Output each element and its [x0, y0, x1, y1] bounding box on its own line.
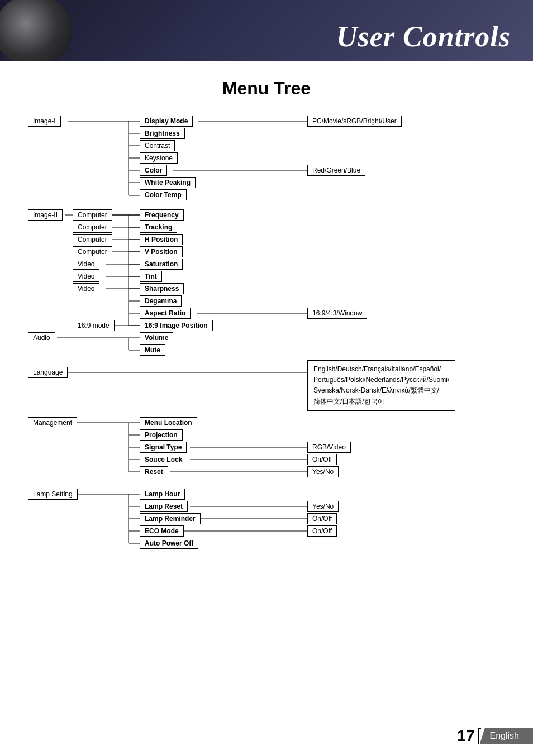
- audio-box: Audio: [28, 332, 55, 343]
- degamma-box: Degamma: [140, 295, 182, 307]
- color-temp-box: Color Temp: [140, 189, 187, 200]
- 169mode-box: 16:9 mode: [73, 320, 115, 331]
- hposition-box: H Position: [140, 234, 183, 245]
- signal-type-box: Signal Type: [140, 442, 187, 453]
- tracking-label: Tracking: [140, 222, 177, 233]
- color-box: Color: [140, 165, 167, 176]
- computer1-box: Computer: [73, 209, 112, 221]
- lamp-reset-value: Yes/No: [307, 501, 339, 512]
- header-title: User Controls: [336, 20, 511, 53]
- volume-box: Volume: [140, 332, 173, 343]
- video3-label: Video: [73, 283, 99, 294]
- souce-lock-value-label: On/Off: [307, 454, 337, 465]
- lamp-label: Lamp Setting: [28, 489, 78, 500]
- menu-tree: Image-I Display Mode PC/Movie/sRGB/Brigh…: [28, 116, 514, 534]
- lamp-reminder-value: On/Off: [307, 513, 337, 524]
- color-label: Color: [140, 165, 167, 176]
- lamp-reminder-value-label: On/Off: [307, 513, 337, 524]
- page-content: Menu Tree Image-I Display Mode PC/Movie/…: [0, 61, 533, 568]
- header: User Controls: [0, 0, 533, 61]
- color-value: Red/Green/Blue: [307, 165, 365, 176]
- reset-value: Yes/No: [307, 466, 339, 477]
- signal-type-value-label: RGB/Video: [307, 442, 351, 453]
- vposition-box: V Position: [140, 246, 183, 257]
- signal-type-label: Signal Type: [140, 442, 187, 453]
- aspect-ratio-value-label: 16:9/4:3/Window: [307, 308, 367, 319]
- tint-box: Tint: [140, 271, 162, 282]
- eco-mode-value: On/Off: [307, 525, 337, 537]
- menu-location-label: Menu Location: [140, 417, 197, 428]
- eco-mode-value-label: On/Off: [307, 525, 337, 537]
- white-peaking-box: White Peaking: [140, 177, 196, 188]
- frequency-box: Frequency: [140, 209, 184, 221]
- eco-mode-box: ECO Mode: [140, 525, 184, 537]
- auto-power-off-box: Auto Power Off: [140, 538, 198, 549]
- brightness-box: Brightness: [140, 128, 185, 139]
- souce-lock-value: On/Off: [307, 454, 337, 465]
- reset-value-label: Yes/No: [307, 466, 339, 477]
- color-temp-label: Color Temp: [140, 189, 187, 200]
- lamp-reminder-label: Lamp Reminder: [140, 513, 201, 524]
- mute-label: Mute: [140, 344, 165, 356]
- souce-lock-label: Souce Lock: [140, 454, 187, 465]
- language-box: Language: [28, 367, 68, 378]
- volume-label: Volume: [140, 332, 173, 343]
- hposition-label: H Position: [140, 234, 183, 245]
- keystone-label: Keystone: [140, 152, 178, 164]
- language-label: Language: [28, 367, 68, 378]
- page-number: 17: [457, 727, 474, 745]
- keystone-box: Keystone: [140, 152, 178, 164]
- computer1-label: Computer: [73, 209, 112, 221]
- connector-lines: [28, 116, 514, 557]
- image1-box: Image-I: [28, 116, 61, 127]
- 169image-label: 16:9 Image Position: [140, 320, 213, 331]
- white-peaking-label: White Peaking: [140, 177, 196, 188]
- contrast-box: Contrast: [140, 140, 175, 151]
- display-mode-value: PC/Movie/sRGB/Bright/User: [307, 116, 402, 127]
- video3-box: Video: [73, 283, 99, 294]
- video2-box: Video: [73, 271, 99, 282]
- computer3-label: Computer: [73, 234, 112, 245]
- tint-label: Tint: [140, 271, 162, 282]
- image2-label: Image-II: [28, 209, 63, 221]
- computer4-label: Computer: [73, 246, 112, 257]
- brightness-label: Brightness: [140, 128, 185, 139]
- lamp-reset-label: Lamp Reset: [140, 501, 188, 512]
- image2-box: Image-II: [28, 209, 63, 221]
- lamp-box: Lamp Setting: [28, 489, 78, 500]
- computer2-box: Computer: [73, 222, 112, 233]
- management-label: Management: [28, 417, 77, 428]
- 169image-box: 16:9 Image Position: [140, 320, 213, 331]
- tracking-box: Tracking: [140, 222, 177, 233]
- video1-label: Video: [73, 259, 99, 270]
- footer: 17 English: [457, 727, 533, 745]
- footer-divider: [478, 728, 481, 744]
- reset-box: Reset: [140, 466, 168, 477]
- sharpness-box: Sharpness: [140, 283, 184, 294]
- video1-box: Video: [73, 259, 99, 270]
- souce-lock-box: Souce Lock: [140, 454, 187, 465]
- aspect-ratio-box: Aspect Ratio: [140, 308, 191, 319]
- saturation-box: Saturation: [140, 259, 183, 270]
- management-box: Management: [28, 417, 77, 428]
- display-mode-label: Display Mode: [140, 116, 193, 127]
- image1-label: Image-I: [28, 116, 61, 127]
- color-value-label: Red/Green/Blue: [307, 165, 365, 176]
- lamp-reset-value-label: Yes/No: [307, 501, 339, 512]
- lens-graphic: [0, 0, 73, 61]
- 169mode-label: 16:9 mode: [73, 320, 115, 331]
- auto-power-off-label: Auto Power Off: [140, 538, 198, 549]
- reset-label: Reset: [140, 466, 168, 477]
- audio-label: Audio: [28, 332, 55, 343]
- language-value: English/Deutsch/Français/Italiano/Españo…: [307, 360, 455, 411]
- eco-mode-label: ECO Mode: [140, 525, 184, 537]
- footer-language: English: [480, 728, 533, 744]
- display-mode-value-label: PC/Movie/sRGB/Bright/User: [307, 116, 402, 127]
- lamp-hour-label: Lamp Hour: [140, 489, 185, 500]
- projection-box: Projection: [140, 429, 183, 441]
- contrast-label: Contrast: [140, 140, 175, 151]
- lamp-reset-box: Lamp Reset: [140, 501, 188, 512]
- aspect-ratio-value: 16:9/4:3/Window: [307, 308, 367, 319]
- aspect-ratio-label: Aspect Ratio: [140, 308, 191, 319]
- frequency-label: Frequency: [140, 209, 184, 221]
